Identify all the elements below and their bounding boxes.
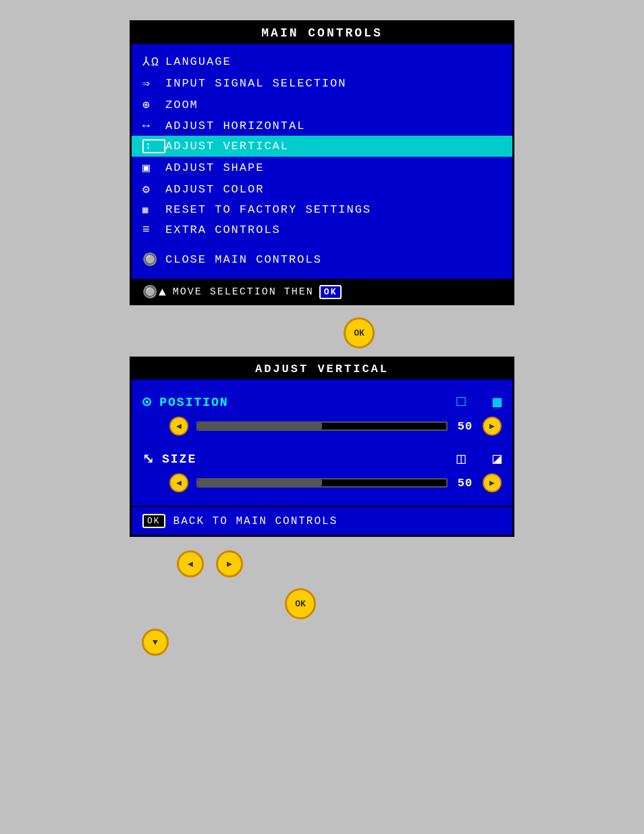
- input-signal-icon: ⇒: [142, 76, 165, 90]
- close-icon: 🔘: [142, 252, 165, 267]
- adjust-position-header: ⊙ POSITION □ ▩: [142, 393, 502, 411]
- language-label: LANGUAGE: [165, 55, 232, 68]
- menu-separator: [132, 240, 512, 246]
- right-arrow-btn[interactable]: ▶: [216, 550, 243, 577]
- extra-controls-label: EXTRA CONTROLS: [165, 224, 281, 236]
- size-decrease-btn[interactable]: ◀: [169, 473, 188, 492]
- close-main-controls-item[interactable]: 🔘 CLOSE MAIN CONTROLS: [132, 246, 512, 272]
- size-slider-fill: [198, 479, 322, 486]
- position-slider-track[interactable]: [196, 421, 448, 431]
- adjust-vertical-title: ADJUST VERTICAL: [132, 359, 512, 380]
- down-arrow-area: ▼: [142, 629, 514, 656]
- adjust-horizontal-icon: ↔: [142, 119, 165, 132]
- size-icon: ⤡: [142, 450, 155, 467]
- size-increase-btn[interactable]: ▶: [483, 473, 502, 492]
- ok-button-label: OK: [354, 328, 365, 338]
- adjust-shape-label: ADJUST SHAPE: [165, 161, 264, 174]
- ok-button-standalone[interactable]: OK: [344, 317, 375, 348]
- adjust-vertical-icon: ↕: [142, 139, 165, 153]
- menu-list: ⅄Ω LANGUAGE ⇒ INPUT SIGNAL SELECTION ⊕ Z…: [132, 44, 512, 279]
- ok-button-standalone-area: OK: [88, 317, 630, 348]
- menu-item-reset-factory[interactable]: ▦ RESET TO FACTORY SETTINGS: [132, 200, 512, 219]
- size-value: 50: [456, 477, 475, 490]
- footer-text: MOVE SELECTION THEN: [173, 286, 314, 298]
- position-increase-btn[interactable]: ▶: [483, 417, 502, 436]
- back-ok-icon: OK: [142, 514, 165, 528]
- size-decrease-icon[interactable]: ◫: [457, 450, 466, 468]
- position-icon: ⊙: [142, 393, 153, 411]
- menu-item-adjust-shape[interactable]: ▣ ADJUST SHAPE: [132, 157, 512, 178]
- left-arrow-icon: ◀: [188, 558, 193, 569]
- adjust-horizontal-label: ADJUST HORIZONTAL: [165, 120, 305, 132]
- position-slider-row: ◀ 50 ▶: [169, 417, 502, 436]
- adjust-size-header: ⤡ SIZE ◫ ◪: [142, 450, 502, 468]
- position-slider-fill: [198, 423, 322, 429]
- input-signal-label: INPUT SIGNAL SELECTION: [165, 77, 346, 90]
- size-label: SIZE: [162, 452, 196, 466]
- position-decrease-btn[interactable]: ◀: [169, 417, 188, 436]
- size-right-icons: ◫ ◪: [457, 450, 502, 468]
- position-label-group: ⊙ POSITION: [142, 393, 229, 411]
- menu-item-adjust-color[interactable]: ⚙ ADJUST COLOR: [132, 178, 512, 200]
- down-arrow-icon: ▼: [153, 637, 158, 648]
- size-slider-track[interactable]: [196, 478, 448, 488]
- reset-factory-label: RESET TO FACTORY SETTINGS: [165, 203, 371, 216]
- right-arrow-icon: ▶: [227, 558, 232, 569]
- position-value: 50: [456, 420, 475, 433]
- adjust-vertical-label: ADJUST VERTICAL: [165, 140, 289, 153]
- back-label: BACK TO MAIN CONTROLS: [173, 515, 338, 527]
- adjust-color-label: ADJUST COLOR: [165, 183, 264, 196]
- bottom-controls: ◀ ▶ OK ▼: [130, 550, 514, 656]
- menu-item-language[interactable]: ⅄Ω LANGUAGE: [132, 51, 512, 72]
- down-arrow-btn[interactable]: ▼: [142, 629, 169, 656]
- size-label-group: ⤡ SIZE: [142, 450, 196, 467]
- menu-item-zoom[interactable]: ⊕ ZOOM: [132, 94, 512, 115]
- main-controls-title: MAIN CONTROLS: [132, 22, 512, 44]
- language-icon: ⅄Ω: [142, 54, 165, 69]
- ok-center-area: OK: [285, 588, 514, 619]
- adjust-color-icon: ⚙: [142, 182, 165, 197]
- position-right-icons: □ ▩: [457, 393, 502, 411]
- adjust-vertical-panel: ADJUST VERTICAL ⊙ POSITION □ ▩ ◀ 50: [130, 357, 514, 537]
- adjust-size-row: ⤡ SIZE ◫ ◪ ◀ 50 ▶: [142, 443, 502, 499]
- ok-center-btn[interactable]: OK: [285, 588, 316, 619]
- footer-nav-icons: 🔘▲: [142, 284, 167, 299]
- size-increase-icon[interactable]: ◪: [493, 450, 502, 468]
- position-right-adj-icon[interactable]: ▩: [493, 393, 502, 411]
- nav-arrows: ◀ ▶: [177, 550, 514, 577]
- menu-item-extra-controls[interactable]: ≡ EXTRA CONTROLS: [132, 219, 512, 240]
- zoom-icon: ⊕: [142, 97, 165, 112]
- footer-bar: 🔘▲ MOVE SELECTION THEN OK: [132, 279, 512, 303]
- main-controls-panel: MAIN CONTROLS ⅄Ω LANGUAGE ⇒ INPUT SIGNAL…: [130, 20, 514, 305]
- adjust-shape-icon: ▣: [142, 160, 165, 175]
- reset-factory-icon: ▦: [142, 204, 165, 215]
- position-label: POSITION: [159, 396, 228, 409]
- menu-item-adjust-horizontal[interactable]: ↔ ADJUST HORIZONTAL: [132, 115, 512, 136]
- menu-item-adjust-vertical[interactable]: ↕ ADJUST VERTICAL: [132, 136, 512, 157]
- ok-center-label: OK: [295, 599, 306, 609]
- size-slider-row: ◀ 50 ▶: [169, 473, 502, 492]
- menu-item-input-signal[interactable]: ⇒ INPUT SIGNAL SELECTION: [132, 72, 512, 94]
- extra-controls-icon: ≡: [142, 223, 165, 236]
- left-arrow-btn[interactable]: ◀: [177, 550, 204, 577]
- back-to-main-row[interactable]: OK BACK TO MAIN CONTROLS: [132, 506, 512, 535]
- adjust-body: ⊙ POSITION □ ▩ ◀ 50 ▶ ⤡: [132, 380, 512, 506]
- adjust-position-row: ⊙ POSITION □ ▩ ◀ 50 ▶: [142, 386, 502, 443]
- footer-ok-icon: OK: [319, 285, 342, 299]
- zoom-label: ZOOM: [165, 99, 198, 111]
- close-main-controls-label: CLOSE MAIN CONTROLS: [165, 253, 322, 266]
- position-left-adj-icon[interactable]: □: [457, 394, 466, 411]
